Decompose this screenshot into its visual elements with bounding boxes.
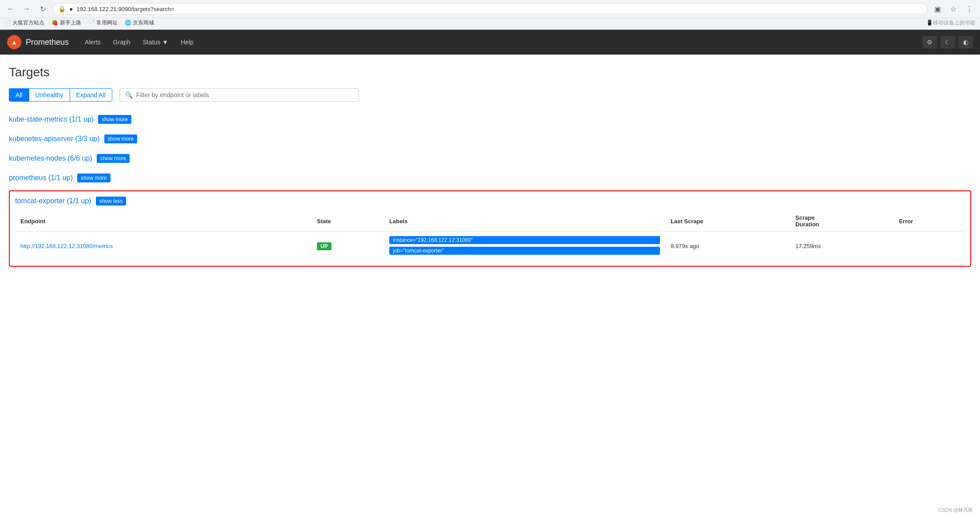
cell-scrape-duration: 17.259ms [790, 232, 893, 261]
theme-contrast-button[interactable]: ◐ [959, 36, 973, 48]
bookmark-foxofficialsite[interactable]: 📄 火狐官方站点 [4, 19, 44, 27]
prom-logo: ▲ Prometheus [7, 35, 69, 49]
col-header-labels: Labels [384, 211, 665, 232]
col-header-state: State [312, 211, 384, 232]
browser-bookmarks: 📄 火狐官方站点 🍓 新手上路 📄 常用网址 🌐 京东商城 📱移动设备上的书签 [0, 18, 980, 29]
target-group-header-kube-state-metrics: kube-state-metrics (1/1 up) show more [9, 112, 971, 126]
nav-link-status[interactable]: Status ▼ [138, 35, 174, 49]
cell-last-scrape: 8.979s ago [665, 232, 790, 261]
nav-link-help[interactable]: Help [175, 35, 199, 49]
table-header-row: Endpoint State Labels Last Scrape Scrape… [15, 211, 965, 232]
theme-dark-button[interactable]: ☾ [940, 36, 955, 48]
bookmark-button[interactable]: ☆ [947, 3, 960, 15]
bookmark-jd[interactable]: 🌐 京东商城 [125, 19, 154, 27]
show-more-btn-kubernetes-apiserver[interactable]: show more [104, 134, 138, 143]
col-header-error: Error [893, 211, 965, 232]
security-icon: ● [69, 5, 73, 12]
targets-table: Endpoint State Labels Last Scrape Scrape… [15, 211, 965, 260]
refresh-button[interactable]: ↻ [36, 3, 49, 15]
filter-buttons: All Unhealthy Expand All [9, 88, 112, 102]
target-expanded-header: tomcat-exporter (1/1 up) show less [15, 197, 965, 205]
show-less-btn-tomcat-exporter[interactable]: show less [96, 197, 126, 205]
cell-endpoint: http://192.168.122.12:31080/metrics [15, 232, 312, 261]
label-badge-instance: instance="192.168.122.12:31080" [389, 236, 660, 244]
target-group-kube-state-metrics: kube-state-metrics (1/1 up) show more [9, 112, 971, 126]
extensions-button[interactable]: ▣ [931, 3, 944, 15]
search-box: 🔍 [119, 88, 359, 102]
back-button[interactable]: ← [4, 3, 17, 15]
target-group-title-kubernetes-nodes[interactable]: kubernetes-nodes (6/6 up) [9, 154, 92, 162]
target-group-kubernetes-apiserver: kubenetes-apiserver (3/3 up) show more [9, 132, 971, 146]
lock-icon: 🔒 [58, 5, 66, 12]
target-group-header-kubernetes-nodes: kubernetes-nodes (6/6 up) show more [9, 151, 971, 166]
filter-bar: All Unhealthy Expand All 🔍 [9, 88, 971, 102]
prometheus-navbar: ▲ Prometheus Alerts Graph Status ▼ Help … [0, 30, 980, 55]
filter-unhealthy-button[interactable]: Unhealthy [29, 88, 70, 102]
target-group-title-kube-state-metrics[interactable]: kube-state-metrics (1/1 up) [9, 115, 94, 123]
col-header-last-scrape: Last Scrape [665, 211, 790, 232]
state-badge-up: UP [317, 242, 332, 250]
browser-chrome: ← → ↻ 🔒 ● ▣ ☆ ⋮ 📄 火狐官方站点 🍓 新手上路 📄 常用网址 🌐… [0, 0, 980, 30]
target-expanded-tomcat-exporter: tomcat-exporter (1/1 up) show less Endpo… [9, 190, 971, 267]
labels-cell: instance="192.168.122.12:31080" job="tom… [389, 236, 660, 256]
cell-labels: instance="192.168.122.12:31080" job="tom… [384, 232, 665, 261]
prom-nav-links: Alerts Graph Status ▼ Help [79, 35, 199, 49]
menu-button[interactable]: ⋮ [963, 3, 976, 15]
show-more-btn-kube-state-metrics[interactable]: show more [98, 115, 131, 124]
search-input[interactable] [136, 91, 353, 99]
cell-error [893, 232, 965, 261]
main-content: Targets All Unhealthy Expand All 🔍 kube-… [0, 55, 980, 283]
target-group-header-kubernetes-apiserver: kubenetes-apiserver (3/3 up) show more [9, 132, 971, 146]
bookmark-common[interactable]: 📄 常用网址 [88, 19, 118, 27]
page-title: Targets [9, 65, 971, 79]
target-group-title-kubernetes-apiserver[interactable]: kubenetes-apiserver (3/3 up) [9, 135, 100, 143]
mobile-bookmarks: 📱移动设备上的书签 [926, 19, 976, 27]
label-badge-job: job="tomcat-exporter" [389, 247, 660, 255]
filter-expandall-button[interactable]: Expand All [70, 88, 112, 102]
col-header-scrape-duration: ScrapeDuration [790, 211, 893, 232]
prometheus-logo-text: Prometheus [26, 38, 69, 47]
target-group-kubernetes-nodes: kubernetes-nodes (6/6 up) show more [9, 151, 971, 166]
cell-state: UP [312, 232, 384, 261]
target-expanded-title[interactable]: tomcat-exporter (1/1 up) [15, 197, 91, 205]
address-bar: 🔒 ● [52, 3, 928, 15]
address-input[interactable] [76, 6, 922, 12]
target-group-header-prometheus: prometheus (1/1 up) show more [9, 171, 971, 185]
show-more-btn-kubernetes-nodes[interactable]: show more [97, 154, 130, 163]
endpoint-link[interactable]: http://192.168.122.12:31080/metrics [20, 243, 113, 249]
browser-toolbar: ← → ↻ 🔒 ● ▣ ☆ ⋮ [0, 0, 980, 18]
show-more-btn-prometheus[interactable]: show more [77, 174, 111, 182]
prom-nav-controls: ⚙ ☾ ◐ [922, 36, 973, 48]
nav-link-alerts[interactable]: Alerts [79, 35, 106, 49]
table-row: http://192.168.122.12:31080/metrics UP i… [15, 232, 965, 261]
forward-button[interactable]: → [20, 3, 33, 15]
bookmark-newuser[interactable]: 🍓 新手上路 [51, 19, 81, 27]
nav-link-graph[interactable]: Graph [108, 35, 136, 49]
filter-all-button[interactable]: All [9, 88, 29, 102]
col-header-endpoint: Endpoint [15, 211, 312, 232]
target-group-title-prometheus[interactable]: prometheus (1/1 up) [9, 174, 73, 182]
target-group-prometheus: prometheus (1/1 up) show more [9, 171, 971, 185]
search-icon: 🔍 [125, 91, 133, 99]
settings-button[interactable]: ⚙ [922, 36, 937, 48]
prometheus-logo-icon: ▲ [7, 35, 21, 49]
